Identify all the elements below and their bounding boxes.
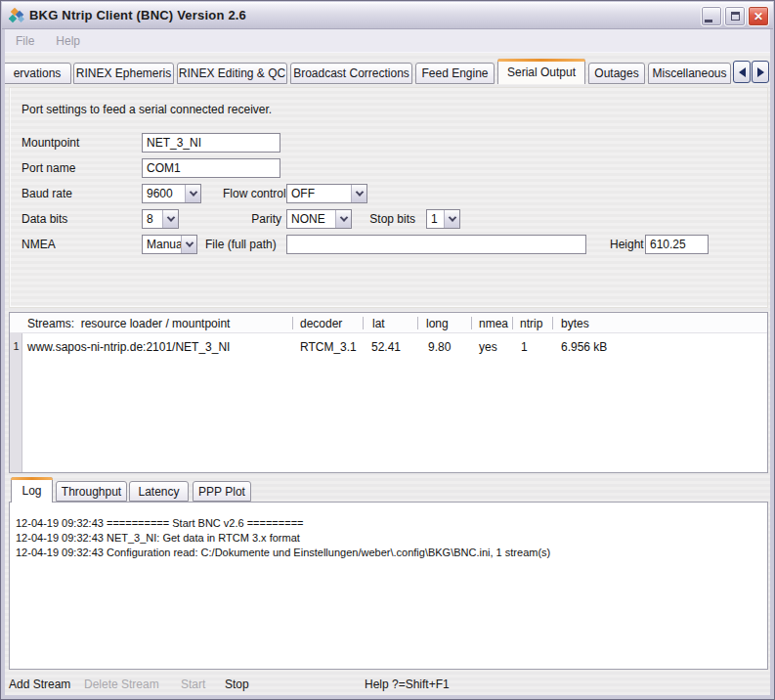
flow-control-value: OFF [291,185,315,202]
column-ntrip: ntrip [520,317,542,330]
tab-scroll-right-button[interactable] [752,61,769,83]
table-row[interactable]: 1 www.sapos-ni-ntrip.de:2101/NET_3_NI RT… [10,337,767,358]
cell-bytes: 6.956 kB [561,340,607,354]
column-separator [552,317,553,329]
tab-scroll-left-button[interactable] [733,61,751,83]
file-path-input[interactable] [286,235,586,254]
maximize-icon [731,12,740,21]
column-separator [292,317,293,329]
parity-label: Parity [233,209,281,229]
column-separator [512,317,513,329]
log-line: 12-04-19 09:32:43 NET_3_NI: Get data in … [16,531,300,546]
tab-scroll-left-icon [739,67,746,77]
chevron-down-icon [185,239,193,246]
cell-decoder: RTCM_3.1 [300,340,357,354]
chevron-down-icon [166,213,174,221]
window-title: BKG Ntrip Client (BNC) Version 2.6 [29,8,246,22]
minimize-icon [705,20,712,22]
bottom-button-bar: Add Stream Delete Stream Start Stop Help… [5,672,770,697]
column-separator [417,317,418,329]
parity-dropdown-button[interactable] [335,210,351,228]
stop-bits-select[interactable]: 1 [426,209,460,229]
menu-help[interactable]: Help [56,34,80,48]
column-long: long [426,317,449,330]
chevron-down-icon [339,213,347,221]
column-decoder: decoder [300,317,342,330]
chevron-down-icon [189,188,196,196]
flow-control-select[interactable]: OFF [286,184,367,203]
config-tab-bar: ervations RINEX Ephemeris RINEX Editing … [5,58,770,85]
streams-table: Streams: resource loader / mountpoint de… [9,312,768,473]
nmea-select[interactable]: Manual [142,235,197,254]
chevron-down-icon [355,188,363,196]
mountpoint-input[interactable] [142,133,280,153]
baud-rate-value: 9600 [147,185,173,202]
bnc-window: BKG Ntrip Client (BNC) Version 2.6 ✕ Fil… [0,0,775,700]
tab-latency[interactable]: Latency [129,481,189,502]
data-bits-label: Data bits [22,209,67,229]
stop-button[interactable]: Stop [225,672,249,697]
height-label: Height [610,235,644,254]
file-path-label: File (full path) [205,235,277,254]
minimize-button[interactable] [701,6,722,26]
window-controls: ✕ [701,6,769,26]
tab-rinex-ephemeris[interactable]: RINEX Ephemeris [73,63,174,84]
tab-scroll-right-icon [757,67,764,77]
nmea-value: Manual [147,236,185,253]
column-lat: lat [372,317,385,330]
row-number: 1 [10,340,22,352]
column-nmea: nmea [479,317,508,330]
flow-control-label: Flow control [223,184,281,203]
mountpoint-label: Mountpoint [22,133,79,153]
height-input[interactable] [645,235,709,254]
close-button[interactable]: ✕ [748,6,769,26]
tab-serial-output[interactable]: Serial Output [497,59,585,84]
monitor-tab-bar: Log Throughput Latency PPP Plot [5,477,770,503]
nmea-label: NMEA [22,235,56,254]
cell-ntrip: 1 [521,340,528,354]
port-name-input[interactable] [142,158,280,178]
nmea-dropdown-button[interactable] [181,236,196,253]
log-output[interactable]: 12-04-19 09:32:43 ========== Start BNC v… [9,502,768,670]
tab-outages[interactable]: Outages [588,63,645,84]
add-stream-button[interactable]: Add Stream [9,672,70,697]
baud-rate-dropdown-button[interactable] [185,185,200,202]
flow-control-dropdown-button[interactable] [351,185,366,202]
log-line: 12-04-19 09:32:43 ========== Start BNC v… [16,516,304,531]
help-shortcut-label: Help ?=Shift+F1 [365,672,450,697]
tab-throughput[interactable]: Throughput [56,481,127,502]
start-button[interactable]: Start [181,672,205,697]
parity-select[interactable]: NONE [286,209,352,229]
data-bits-value: 8 [147,210,153,228]
tab-miscellaneous[interactable]: Miscellaneous [648,63,731,84]
chevron-down-icon [448,213,455,221]
tab-observations[interactable]: ervations [5,63,71,84]
cell-long: 9.80 [428,340,451,354]
panel-description: Port settings to feed a serial connected… [22,100,272,119]
menu-file[interactable]: File [16,34,34,48]
cell-mountpoint: www.sapos-ni-ntrip.de:2101/NET_3_NI [27,340,230,354]
tab-log[interactable]: Log [11,477,53,503]
cell-lat: 52.41 [371,340,401,354]
baud-rate-select[interactable]: 9600 [142,184,201,203]
column-separator [471,317,472,329]
stop-bits-value: 1 [431,210,438,228]
menu-bar: File Help [5,29,770,53]
tab-rinex-editing-qc[interactable]: RINEX Editing & QC [177,63,287,84]
tab-ppp-plot[interactable]: PPP Plot [193,481,251,502]
data-bits-dropdown-button[interactable] [162,210,178,228]
app-icon [9,8,24,23]
tab-feed-engine[interactable]: Feed Engine [415,63,495,84]
stop-bits-dropdown-button[interactable] [444,210,459,228]
title-bar[interactable]: BKG Ntrip Client (BNC) Version 2.6 ✕ [2,2,773,29]
column-bytes: bytes [561,317,589,330]
parity-value: NONE [291,210,325,228]
tab-broadcast-corrections[interactable]: Broadcast Corrections [290,63,412,84]
maximize-button[interactable] [724,6,746,26]
column-separator [363,317,364,329]
close-icon: ✕ [753,11,763,22]
port-name-label: Port name [22,158,75,178]
delete-stream-button[interactable]: Delete Stream [84,672,159,697]
data-bits-select[interactable]: 8 [142,209,179,229]
cell-nmea: yes [479,340,497,354]
